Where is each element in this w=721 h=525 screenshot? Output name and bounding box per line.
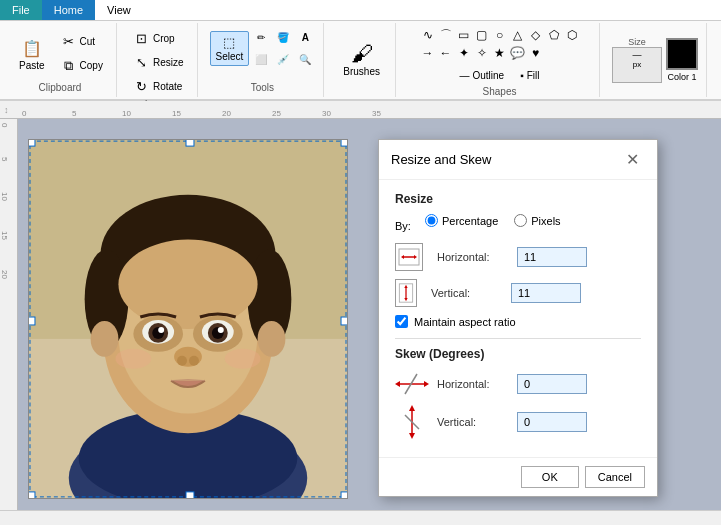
svg-point-20 <box>218 327 224 333</box>
cancel-button[interactable]: Cancel <box>585 466 645 488</box>
status-bar <box>0 510 721 525</box>
ribbon: 📋 Paste ✂ Cut ⧉ Copy Clipboard ⊡ C <box>0 21 721 101</box>
shape-diamond[interactable]: ◇ <box>528 27 544 43</box>
color-label: Color 1 <box>667 72 696 82</box>
copy-button[interactable]: ⧉ Copy <box>56 55 108 77</box>
ok-button[interactable]: OK <box>521 466 579 488</box>
select-button[interactable]: ⬚ Select <box>210 31 250 66</box>
pencil-icon: ✏ <box>257 32 265 43</box>
color-box[interactable] <box>666 38 698 70</box>
eraser-button[interactable]: ⬜ <box>251 49 271 69</box>
svg-marker-43 <box>404 285 407 288</box>
outline-button[interactable]: — Outline <box>454 67 509 84</box>
text-button[interactable]: A <box>295 27 315 47</box>
svg-rect-29 <box>29 317 35 325</box>
canvas-image <box>28 139 348 499</box>
percentage-option[interactable]: Percentage <box>425 214 498 227</box>
rotate-icon: ↻ <box>134 78 150 94</box>
resize-vertical-row: Vertical: <box>395 279 641 307</box>
skew-horizontal-label: Horizontal: <box>437 378 517 390</box>
copy-icon: ⧉ <box>61 58 77 74</box>
maintain-aspect-checkbox[interactable] <box>395 315 408 328</box>
section-divider <box>395 338 641 339</box>
pixels-radio[interactable] <box>514 214 527 227</box>
brushes-icon: 🖌 <box>350 42 374 66</box>
skew-horizontal-icon <box>395 369 429 399</box>
paste-icon: 📋 <box>20 36 44 60</box>
shape-heart[interactable]: ♥ <box>528 45 544 61</box>
tools-group: ⬚ Select ✏ 🪣 A <box>202 23 325 97</box>
svg-rect-35 <box>29 492 35 499</box>
svg-point-26 <box>91 321 119 357</box>
main-area: 0 5 10 15 20 <box>0 119 721 510</box>
image-group: ⊡ Crop ⤡ Resize ↻ Rotate Image <box>121 23 198 97</box>
cut-button[interactable]: ✂ Cut <box>56 31 108 53</box>
svg-point-24 <box>115 349 151 369</box>
tab-file[interactable]: File <box>0 0 42 20</box>
rotate-button[interactable]: ↻ Rotate <box>129 75 189 97</box>
svg-point-19 <box>158 327 164 333</box>
shape-hexagon[interactable]: ⬡ <box>564 27 580 43</box>
svg-marker-44 <box>404 298 407 301</box>
shape-arrow-l[interactable]: ← <box>438 45 454 61</box>
fill-tool-button[interactable]: 🪣 <box>273 27 293 47</box>
eyedropper-button[interactable]: 💉 <box>273 49 293 69</box>
paste-button[interactable]: 📋 Paste <box>12 31 52 76</box>
skew-horizontal-input[interactable] <box>517 374 587 394</box>
skew-section-title: Skew (Degrees) <box>395 347 641 361</box>
clipboard-items: 📋 Paste ✂ Cut ⧉ Copy <box>12 27 108 80</box>
shape-triangle[interactable]: △ <box>510 27 526 43</box>
fill-shape-icon: ▪ <box>520 70 524 81</box>
crop-icon: ⊡ <box>134 30 150 46</box>
svg-rect-30 <box>341 317 347 325</box>
skew-horizontal-row: Horizontal: <box>395 369 641 399</box>
brushes-group: 🖌 Brushes <box>328 23 396 97</box>
shape-curve[interactable]: ⌒ <box>438 27 454 43</box>
percentage-radio[interactable] <box>425 214 438 227</box>
shape-star4[interactable]: ✧ <box>474 45 490 61</box>
pencil-button[interactable]: ✏ <box>251 27 271 47</box>
svg-marker-51 <box>409 433 415 439</box>
shape-roundrect[interactable]: ▢ <box>474 27 490 43</box>
resize-button[interactable]: ⤡ Resize <box>129 51 189 73</box>
dialog-titlebar: Resize and Skew ✕ <box>379 140 657 180</box>
shape-arrow-4[interactable]: ✦ <box>456 45 472 61</box>
brushes-button[interactable]: 🖌 Brushes <box>336 37 387 82</box>
skew-vertical-row: Vertical: <box>395 407 641 437</box>
svg-rect-31 <box>186 139 194 146</box>
shape-callout[interactable]: 💬 <box>510 45 526 61</box>
canvas-area: Resize and Skew ✕ Resize By: Percentage <box>18 119 721 510</box>
text-icon: A <box>302 32 309 43</box>
ribbon-tabs: File Home View <box>0 0 721 21</box>
resize-vertical-input[interactable] <box>511 283 581 303</box>
svg-point-27 <box>258 321 286 357</box>
shapes-items: ∿ ⌒ ▭ ▢ ○ △ ◇ ⬠ ⬡ → ← ✦ ✧ ★ 💬 ♥ — Ou <box>408 27 591 84</box>
eraser-icon: ⬜ <box>255 54 267 65</box>
shape-ellipse[interactable]: ○ <box>492 27 508 43</box>
size-desc: px <box>633 60 641 69</box>
maintain-aspect-row: Maintain aspect ratio <box>395 315 641 328</box>
fill-shape-button[interactable]: ▪ Fill <box>515 67 544 84</box>
shape-star5[interactable]: ★ <box>492 45 508 61</box>
svg-marker-46 <box>395 381 400 387</box>
colors-items: Size — px Color 1 <box>612 27 698 93</box>
dialog-close-button[interactable]: ✕ <box>620 148 645 171</box>
tab-view[interactable]: View <box>95 0 143 20</box>
colors-group: Size — px Color 1 <box>604 23 707 97</box>
svg-rect-34 <box>341 139 347 146</box>
resize-radio-group: Percentage Pixels <box>425 214 561 227</box>
shape-arrow-r[interactable]: → <box>420 45 436 61</box>
magnifier-button[interactable]: 🔍 <box>295 49 315 69</box>
image-items: ⊡ Crop ⤡ Resize ↻ Rotate <box>129 27 189 97</box>
crop-button[interactable]: ⊡ Crop <box>129 27 189 49</box>
svg-point-25 <box>225 349 261 369</box>
shape-freeform[interactable]: ∿ <box>420 27 436 43</box>
shape-pentagon[interactable]: ⬠ <box>546 27 562 43</box>
dialog-title-text: Resize and Skew <box>391 152 491 167</box>
resize-horizontal-label: Horizontal: <box>437 251 517 263</box>
pixels-option[interactable]: Pixels <box>514 214 560 227</box>
resize-horizontal-input[interactable] <box>517 247 587 267</box>
tab-home[interactable]: Home <box>42 0 95 20</box>
skew-vertical-input[interactable] <box>517 412 587 432</box>
shape-rect[interactable]: ▭ <box>456 27 472 43</box>
